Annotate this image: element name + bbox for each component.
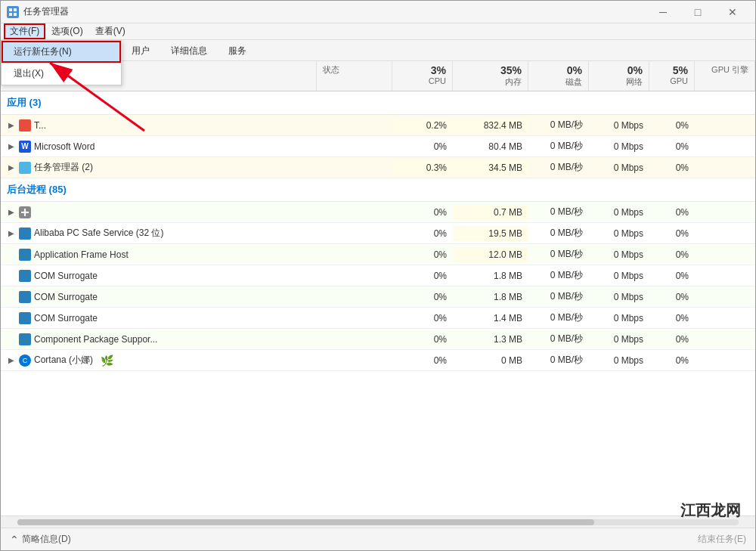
tab-details[interactable]: 详细信息 bbox=[161, 41, 217, 60]
row-disk: 0 MB/秒 bbox=[528, 138, 589, 155]
row-cpu: 0% bbox=[392, 268, 453, 283]
apps-section-header: 应用 (3) bbox=[1, 91, 755, 115]
row-memory: 0 MB bbox=[453, 353, 528, 368]
row-disk: 0 MB/秒 bbox=[528, 246, 589, 263]
horizontal-scrollbar[interactable] bbox=[1, 515, 755, 528]
row-cpu: 0% bbox=[392, 226, 453, 241]
exit-label: 退出(X) bbox=[14, 67, 44, 80]
summary-button[interactable]: ⌃ 简略信息(D) bbox=[10, 533, 71, 546]
row-gpu: 0% bbox=[649, 332, 695, 347]
row-gpu-engine bbox=[695, 358, 755, 363]
table-row[interactable]: ▶ 任务管理器 (2) 0.3% 34.5 MB 0 MB/秒 0 Mbps 0… bbox=[1, 157, 755, 178]
title-bar: 任务管理器 ─ □ ✕ bbox=[1, 1, 755, 23]
maximize-button[interactable]: □ bbox=[681, 2, 714, 23]
table-row[interactable]: ▶ C Cortana (小娜) 🌿 0% 0 MB 0 MB/秒 0 Mbps… bbox=[1, 350, 755, 371]
col-network[interactable]: 0% 网络 bbox=[589, 61, 649, 91]
row-cpu: 0% bbox=[392, 311, 453, 326]
col-gpu-engine[interactable]: GPU 引擎 bbox=[695, 61, 755, 91]
row-status bbox=[317, 274, 392, 278]
exit-item[interactable]: 退出(X) bbox=[2, 63, 121, 85]
tab-users[interactable]: 用户 bbox=[122, 41, 160, 60]
row-name: ▶ bbox=[1, 204, 317, 221]
row-status bbox=[317, 295, 392, 299]
tab-services[interactable]: 服务 bbox=[218, 41, 256, 60]
row-disk: 0 MB/秒 bbox=[528, 116, 589, 134]
table-row[interactable]: ▶ T... 0.2% 832.4 MB 0 MB/秒 0 Mbps 0% bbox=[1, 115, 755, 136]
row-network: 0 Mbps bbox=[589, 353, 649, 368]
row-network: 0 Mbps bbox=[589, 268, 649, 283]
cortana-icon: C bbox=[19, 354, 31, 367]
col-gpu[interactable]: 5% GPU bbox=[649, 61, 695, 91]
expand-icon[interactable]: ▶ bbox=[7, 229, 16, 238]
col-status[interactable]: 状态 bbox=[317, 61, 392, 91]
row-status bbox=[317, 210, 392, 215]
table-row[interactable]: ▶ COM Surrogate 0% 1.8 MB 0 MB/秒 0 Mbps … bbox=[1, 265, 755, 286]
row-status bbox=[317, 358, 392, 363]
menu-view[interactable]: 查看(V) bbox=[89, 23, 132, 39]
col-disk[interactable]: 0% 磁盘 bbox=[528, 61, 589, 91]
row-cpu: 0% bbox=[392, 353, 453, 368]
row-cpu: 0% bbox=[392, 247, 453, 262]
row-gpu-engine bbox=[695, 295, 755, 299]
table-row[interactable]: ▶ W Microsoft Word 0% 80.4 MB 0 MB/秒 0 M… bbox=[1, 136, 755, 157]
table-row[interactable]: ▶ COM Surrogate 0% 1.4 MB 0 MB/秒 0 Mbps … bbox=[1, 308, 755, 329]
row-gpu-engine bbox=[695, 144, 755, 149]
table-row[interactable]: ▶ Alibaba PC Safe Service (32 位) 0% 19.5… bbox=[1, 223, 755, 244]
expand-icon[interactable]: ▶ bbox=[7, 356, 16, 365]
row-memory: 1.3 MB bbox=[453, 332, 528, 347]
table-row[interactable]: ▶ COM Surrogate 0% 1.8 MB 0 MB/秒 0 Mbps … bbox=[1, 286, 755, 308]
com-icon-3 bbox=[19, 312, 31, 324]
svg-rect-3 bbox=[14, 13, 17, 16]
row-network: 0 Mbps bbox=[589, 160, 649, 175]
row-memory: 12.0 MB bbox=[453, 247, 528, 262]
row-disk: 0 MB/秒 bbox=[528, 159, 589, 176]
svg-rect-9 bbox=[21, 212, 23, 213]
expand-icon[interactable]: ▶ bbox=[7, 208, 16, 217]
expand-icon[interactable]: ▶ bbox=[7, 142, 16, 151]
menu-options[interactable]: 选项(O) bbox=[45, 23, 88, 39]
row-gpu: 0% bbox=[649, 226, 695, 241]
expand-icon[interactable]: ▶ bbox=[7, 163, 16, 172]
row-name: ▶ Alibaba PC Safe Service (32 位) bbox=[1, 224, 317, 242]
row-name: ▶ 任务管理器 (2) bbox=[1, 159, 317, 176]
row-name: ▶ W Microsoft Word bbox=[1, 138, 317, 155]
menu-view-label: 查看(V) bbox=[95, 26, 125, 36]
minimize-button[interactable]: ─ bbox=[646, 2, 680, 23]
svg-rect-10 bbox=[26, 212, 29, 213]
word-icon: W bbox=[19, 141, 31, 153]
row-gpu: 0% bbox=[649, 289, 695, 305]
svg-rect-8 bbox=[24, 214, 26, 216]
svg-point-6 bbox=[23, 211, 26, 214]
col-cpu[interactable]: 3% CPU bbox=[392, 61, 453, 91]
table-body: 应用 (3) ▶ T... 0.2% 832.4 MB 0 MB/秒 0 Mbp… bbox=[1, 91, 755, 515]
row-status bbox=[317, 123, 392, 128]
row-gpu-engine bbox=[695, 274, 755, 278]
com-icon-2 bbox=[19, 291, 31, 303]
table-row[interactable]: ▶ Component Package Suppor... 0% 1.3 MB … bbox=[1, 329, 755, 350]
row-cpu: 0% bbox=[392, 332, 453, 347]
row-disk: 0 MB/秒 bbox=[528, 203, 589, 221]
row-cpu: 0% bbox=[392, 139, 453, 154]
row-gpu-engine bbox=[695, 316, 755, 320]
row-gpu-engine bbox=[695, 210, 755, 215]
row-status bbox=[317, 166, 392, 170]
row-network: 0 Mbps bbox=[589, 226, 649, 241]
run-new-task-item[interactable]: 运行新任务(N) bbox=[2, 41, 121, 63]
col-memory[interactable]: 35% 内存 bbox=[453, 61, 528, 91]
table-row[interactable]: ▶ Application Frame Host 0% 12.0 MB 0 MB… bbox=[1, 244, 755, 265]
app-icon bbox=[7, 6, 19, 18]
table-row[interactable]: ▶ 0% 0.7 MB 0 MB/秒 0 Mbps 0% bbox=[1, 202, 755, 223]
row-status bbox=[317, 231, 392, 236]
close-button[interactable]: ✕ bbox=[716, 2, 749, 23]
row-gpu: 0% bbox=[649, 160, 695, 175]
menu-file[interactable]: 文件(F) bbox=[4, 23, 45, 39]
expand-icon[interactable]: ▶ bbox=[7, 121, 16, 130]
row-network: 0 Mbps bbox=[589, 247, 649, 262]
row-gpu: 0% bbox=[649, 311, 695, 326]
title-buttons: ─ □ ✕ bbox=[646, 2, 749, 23]
svg-rect-7 bbox=[24, 209, 26, 211]
row-disk: 0 MB/秒 bbox=[528, 267, 589, 284]
status-bar: ⌃ 简略信息(D) 结束任务(E) bbox=[1, 528, 755, 550]
row-name: ▶ COM Surrogate bbox=[1, 268, 317, 284]
end-task-area: 结束任务(E) bbox=[698, 533, 746, 546]
